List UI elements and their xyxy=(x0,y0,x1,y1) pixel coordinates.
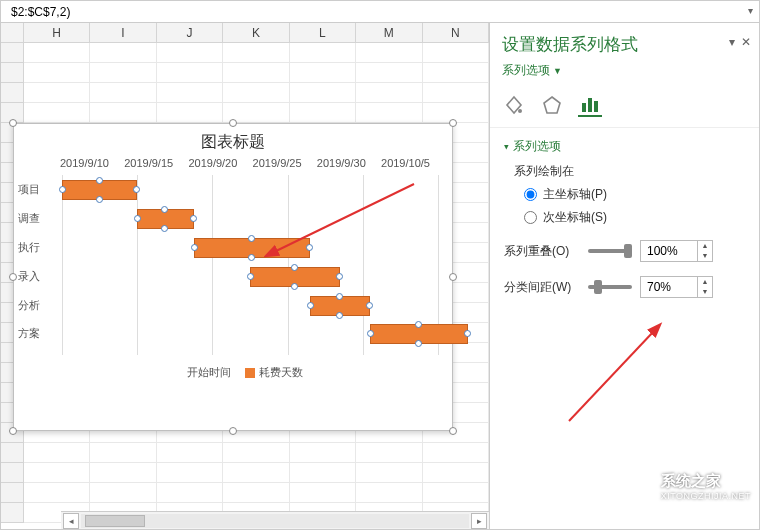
x-tick: 2019/9/30 xyxy=(317,157,366,169)
data-bar[interactable] xyxy=(194,238,311,258)
data-bar[interactable] xyxy=(250,267,340,287)
y-category: 执行 xyxy=(18,240,40,255)
plot-on-label: 系列绘制在 xyxy=(514,163,745,180)
resize-handle[interactable] xyxy=(9,119,17,127)
spin-up-icon[interactable]: ▲ xyxy=(698,277,712,287)
plot-area[interactable]: 项目 调查 执行 录入 分析 方案 xyxy=(62,175,438,355)
series-overlap-input[interactable] xyxy=(641,244,697,258)
fill-line-tab-icon[interactable] xyxy=(502,93,526,117)
svg-marker-2 xyxy=(544,97,560,113)
legend-label: 耗费天数 xyxy=(259,366,303,378)
pane-subtitle[interactable]: 系列选项▼ xyxy=(490,60,759,87)
scroll-left-icon[interactable]: ◂ xyxy=(63,513,79,529)
data-bar[interactable] xyxy=(370,324,468,344)
col-header[interactable]: H xyxy=(24,23,90,42)
svg-rect-4 xyxy=(588,98,592,112)
svg-rect-8 xyxy=(631,487,644,496)
horizontal-scrollbar[interactable]: ◂ ▸ xyxy=(61,511,489,529)
resize-handle[interactable] xyxy=(229,119,237,127)
formula-bar[interactable]: ▾ xyxy=(1,1,759,23)
resize-handle[interactable] xyxy=(229,427,237,435)
formula-input[interactable] xyxy=(9,4,751,20)
section-header[interactable]: ▸系列选项 xyxy=(504,138,745,155)
embedded-chart[interactable]: 图表标题 2019/9/10 2019/9/15 2019/9/20 2019/… xyxy=(13,123,453,431)
y-category: 分析 xyxy=(18,297,40,312)
spin-down-icon[interactable]: ▼ xyxy=(698,251,712,261)
column-headers: H I J K L M N xyxy=(1,23,489,43)
svg-rect-5 xyxy=(594,101,598,112)
spin-down-icon[interactable]: ▼ xyxy=(698,287,712,297)
watermark: 系统之家 XITONGZHIJIA.NET xyxy=(621,472,751,501)
svg-point-1 xyxy=(518,109,522,113)
gap-width-spinner[interactable]: ▲▼ xyxy=(640,276,713,298)
scroll-right-icon[interactable]: ▸ xyxy=(471,513,487,529)
scroll-thumb[interactable] xyxy=(85,515,145,527)
data-bar[interactable] xyxy=(62,180,137,200)
data-bar[interactable] xyxy=(310,296,370,316)
resize-handle[interactable] xyxy=(449,427,457,435)
resize-handle[interactable] xyxy=(449,273,457,281)
y-category: 调查 xyxy=(18,211,40,226)
gap-width-slider[interactable] xyxy=(588,285,632,289)
col-header[interactable]: N xyxy=(423,23,489,42)
format-pane: 设置数据系列格式 ▾ ✕ 系列选项▼ ▸系列选项 系列绘制在 xyxy=(489,23,759,529)
col-header[interactable]: L xyxy=(290,23,356,42)
series-overlap-label: 系列重叠(O) xyxy=(504,243,580,260)
col-header[interactable]: I xyxy=(90,23,156,42)
x-tick: 2019/9/10 xyxy=(60,157,109,169)
resize-handle[interactable] xyxy=(9,427,17,435)
col-header[interactable]: J xyxy=(157,23,223,42)
series-overlap-slider[interactable] xyxy=(588,249,632,253)
watermark-url: XITONGZHIJIA.NET xyxy=(661,491,751,501)
y-category: 项目 xyxy=(18,182,40,197)
annotation-arrow xyxy=(549,321,669,431)
watermark-logo-icon xyxy=(621,473,655,501)
radio-input[interactable] xyxy=(524,211,537,224)
scroll-track[interactable] xyxy=(81,514,469,528)
effects-tab-icon[interactable] xyxy=(540,93,564,117)
series-options-tab-icon[interactable] xyxy=(578,93,602,117)
svg-line-6 xyxy=(569,331,654,421)
col-header[interactable]: M xyxy=(356,23,422,42)
x-tick: 2019/9/25 xyxy=(253,157,302,169)
gap-width-input[interactable] xyxy=(641,280,697,294)
x-tick: 2019/9/20 xyxy=(188,157,237,169)
x-axis-labels: 2019/9/10 2019/9/15 2019/9/20 2019/9/25 … xyxy=(14,157,452,169)
series-overlap-spinner[interactable]: ▲▼ xyxy=(640,240,713,262)
worksheet-area[interactable]: H I J K L M N // generate blank grid row… xyxy=(1,23,489,529)
chart-title[interactable]: 图表标题 xyxy=(14,124,452,157)
col-header[interactable] xyxy=(1,23,24,42)
legend-swatch xyxy=(173,368,183,378)
chart-legend[interactable]: 开始时间 耗费天数 xyxy=(14,359,452,388)
resize-handle[interactable] xyxy=(9,273,17,281)
secondary-axis-radio[interactable]: 次坐标轴(S) xyxy=(524,209,745,226)
chevron-down-icon: ▼ xyxy=(553,66,562,76)
x-tick: 2019/9/15 xyxy=(124,157,173,169)
svg-rect-3 xyxy=(582,103,586,112)
primary-axis-radio[interactable]: 主坐标轴(P) xyxy=(524,186,745,203)
y-category: 方案 xyxy=(18,326,40,341)
resize-handle[interactable] xyxy=(449,119,457,127)
x-tick: 2019/10/5 xyxy=(381,157,430,169)
legend-swatch xyxy=(245,368,255,378)
spin-up-icon[interactable]: ▲ xyxy=(698,241,712,251)
radio-input[interactable] xyxy=(524,188,537,201)
formula-dropdown-icon[interactable]: ▾ xyxy=(748,5,753,16)
watermark-text: 系统之家 xyxy=(661,472,751,491)
pane-title: 设置数据系列格式 xyxy=(502,33,747,56)
gap-width-label: 分类间距(W) xyxy=(504,279,580,296)
col-header[interactable]: K xyxy=(223,23,289,42)
pane-pin-icon[interactable]: ▾ xyxy=(729,35,735,49)
pane-close-icon[interactable]: ✕ xyxy=(741,35,751,49)
data-bar[interactable] xyxy=(137,209,193,229)
y-category: 录入 xyxy=(18,268,40,283)
legend-label: 开始时间 xyxy=(187,366,231,378)
